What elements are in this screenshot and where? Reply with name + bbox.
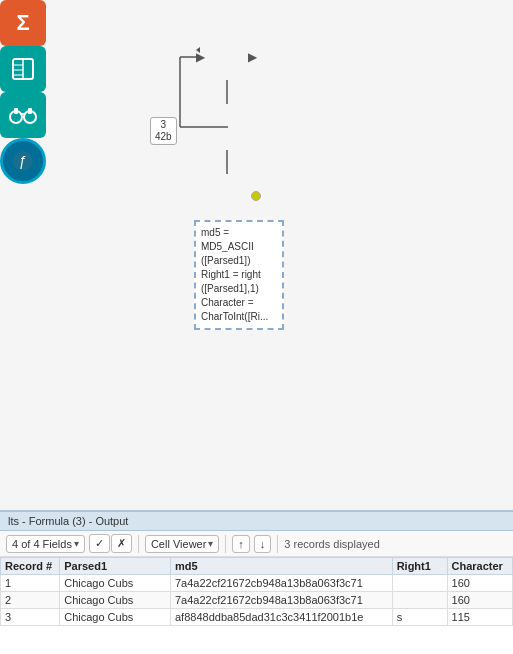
sort-desc-button[interactable]: ↓ bbox=[254, 535, 272, 553]
cell-viewer-dropdown[interactable]: Cell Viewer ▾ bbox=[145, 535, 219, 553]
sort-asc-button[interactable]: ↑ bbox=[232, 535, 250, 553]
svg-rect-15 bbox=[28, 108, 32, 114]
tooltip-line-7: CharToInt([Ri... bbox=[201, 310, 277, 324]
tooltip-line-1: md5 = bbox=[201, 226, 277, 240]
arrow-to-sum: ▶ bbox=[196, 50, 205, 64]
table-container: Record # Parsed1 md5 Right1 Character 1 … bbox=[0, 557, 513, 654]
cell-right1: s bbox=[392, 609, 447, 626]
sum-node[interactable]: Σ bbox=[0, 0, 46, 46]
binoculars-node[interactable] bbox=[0, 92, 46, 138]
separator-2 bbox=[225, 535, 226, 553]
fields-dropdown[interactable]: 4 of 4 Fields ▾ bbox=[6, 535, 85, 553]
output-connector[interactable] bbox=[251, 191, 261, 201]
sum-icon: Σ bbox=[16, 10, 29, 36]
svg-rect-14 bbox=[14, 108, 18, 114]
fields-label: 4 of 4 Fields bbox=[12, 538, 72, 550]
col-header-md5: md5 bbox=[171, 558, 393, 575]
viewer-label: Cell Viewer bbox=[151, 538, 206, 550]
data-table: Record # Parsed1 md5 Right1 Character 1 … bbox=[0, 557, 513, 626]
table-header-row: Record # Parsed1 md5 Right1 Character bbox=[1, 558, 513, 575]
cell-record: 3 bbox=[1, 609, 60, 626]
records-count: 3 records displayed bbox=[284, 538, 379, 550]
x-button[interactable]: ✗ bbox=[111, 534, 132, 553]
check-button[interactable]: ✓ bbox=[89, 534, 110, 553]
tooltip-line-2: MD5_ASCII bbox=[201, 240, 277, 254]
binoculars-icon bbox=[9, 104, 37, 126]
cell-character: 160 bbox=[447, 575, 512, 592]
tooltip-line-6: Character = bbox=[201, 296, 277, 310]
badge-line1: 3 bbox=[161, 119, 167, 130]
cell-parsed1: Chicago Cubs bbox=[60, 609, 171, 626]
fields-chevron-down: ▾ bbox=[74, 538, 79, 549]
cell-md5: 7a4a22cf21672cb948a13b8a063f3c71 bbox=[171, 575, 393, 592]
panel-title: lts - Formula (3) - Output bbox=[0, 512, 513, 531]
book-node[interactable] bbox=[0, 46, 46, 92]
output-panel: lts - Formula (3) - Output 4 of 4 Fields… bbox=[0, 510, 513, 654]
cell-right1 bbox=[392, 575, 447, 592]
panel-toolbar: 4 of 4 Fields ▾ ✓ ✗ Cell Viewer ▾ ↑ ↓ 3 … bbox=[0, 531, 513, 557]
workflow-canvas: Σ ▶ ▶ 3 42b ƒ bbox=[0, 0, 513, 510]
col-header-character: Character bbox=[447, 558, 512, 575]
arrow-from-sum: ▶ bbox=[248, 50, 257, 64]
separator-1 bbox=[138, 535, 139, 553]
cell-parsed1: Chicago Cubs bbox=[60, 592, 171, 609]
check-buttons: ✓ ✗ bbox=[89, 534, 132, 553]
formula-tooltip: md5 = MD5_ASCII ([Parsed1]) Right1 = rig… bbox=[194, 220, 284, 330]
cell-right1 bbox=[392, 592, 447, 609]
cell-character: 115 bbox=[447, 609, 512, 626]
tooltip-line-4: Right1 = right bbox=[201, 268, 277, 282]
cell-record: 1 bbox=[1, 575, 60, 592]
svg-text:ƒ: ƒ bbox=[19, 153, 27, 169]
panel-title-text: lts - Formula (3) - Output bbox=[8, 515, 128, 527]
table-row: 1 Chicago Cubs 7a4a22cf21672cb948a13b8a0… bbox=[1, 575, 513, 592]
formula-icon: ƒ bbox=[9, 147, 37, 175]
cell-parsed1: Chicago Cubs bbox=[60, 575, 171, 592]
cell-character: 160 bbox=[447, 592, 512, 609]
cell-md5: 7a4a22cf21672cb948a13b8a063f3c71 bbox=[171, 592, 393, 609]
connection-badge: 3 42b bbox=[150, 117, 177, 145]
tooltip-line-5: ([Parsed1],1) bbox=[201, 282, 277, 296]
col-header-parsed1: Parsed1 bbox=[60, 558, 171, 575]
table-row: 3 Chicago Cubs af8848ddba85dad31c3c3411f… bbox=[1, 609, 513, 626]
viewer-chevron-down: ▾ bbox=[208, 538, 213, 549]
formula-node[interactable]: ƒ bbox=[0, 138, 46, 184]
badge-line2: 42b bbox=[155, 131, 172, 142]
cell-md5: af8848ddba85dad31c3c3411f2001b1e bbox=[171, 609, 393, 626]
tooltip-line-3: ([Parsed1]) bbox=[201, 254, 277, 268]
separator-3 bbox=[277, 535, 278, 553]
col-header-right1: Right1 bbox=[392, 558, 447, 575]
col-header-record: Record # bbox=[1, 558, 60, 575]
cell-record: 2 bbox=[1, 592, 60, 609]
book-icon bbox=[10, 57, 36, 81]
table-row: 2 Chicago Cubs 7a4a22cf21672cb948a13b8a0… bbox=[1, 592, 513, 609]
